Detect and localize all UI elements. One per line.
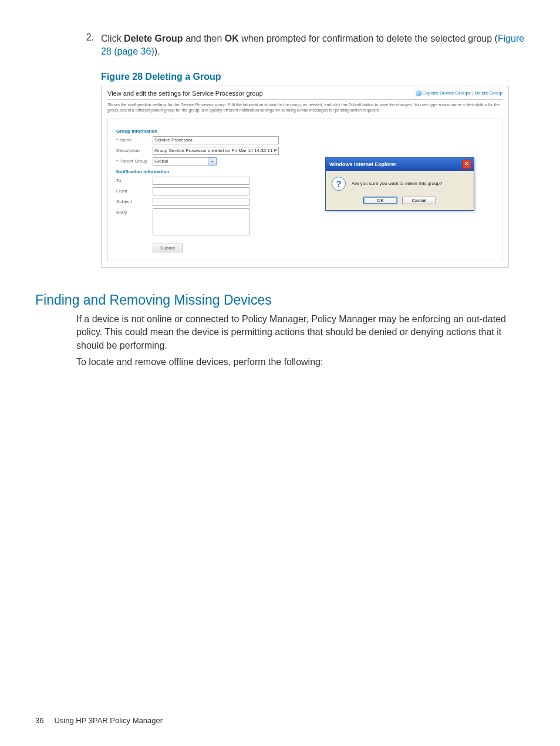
subject-input[interactable] (153, 198, 249, 206)
confirm-dialog: Windows Internet Explorer ✕ ? Are you su… (325, 157, 474, 211)
ok-button[interactable]: OK (363, 197, 397, 204)
parent-group-select[interactable] (153, 157, 208, 166)
explore-groups-link[interactable]: Explore Device Groups (423, 90, 471, 96)
cancel-button[interactable]: Cancel (402, 197, 436, 204)
from-label: From (116, 187, 153, 194)
submit-button[interactable]: Submit (153, 244, 183, 252)
question-icon: ? (332, 177, 346, 191)
figure-caption: Figure 28 Deleting a Group (101, 72, 525, 82)
step-number: 2. (76, 32, 101, 59)
globe-icon (416, 90, 421, 96)
step-instruction: Click Delete Group and then OK when prom… (101, 32, 525, 59)
description-input[interactable] (153, 147, 279, 155)
body-label: Body (116, 208, 153, 215)
footer-title: Using HP 3PAR Policy Manager (54, 716, 163, 725)
section-paragraph-2: To locate and remove offline devices, pe… (76, 356, 525, 369)
section-heading: Finding and Removing Missing Devices (35, 292, 525, 308)
to-input[interactable] (153, 177, 249, 185)
page-number: 36 (35, 716, 43, 725)
name-input[interactable] (153, 136, 279, 144)
dialog-message: Are you sure you want to delete this gro… (352, 181, 442, 186)
parent-group-label: * Parent Group (116, 157, 153, 164)
group-info-heading: Group Information (116, 129, 494, 134)
panel-title: View and edit the settings for Service P… (107, 90, 263, 97)
dialog-title: Windows Internet Explorer (329, 161, 396, 167)
close-icon[interactable]: ✕ (462, 160, 471, 169)
panel-description: Shows the configuration settings for the… (107, 102, 502, 113)
page-footer: 36Using HP 3PAR Policy Manager (35, 716, 163, 725)
from-input[interactable] (153, 187, 249, 195)
delete-group-link[interactable]: Delete Group (474, 90, 502, 96)
body-textarea[interactable] (153, 208, 249, 235)
name-label: * Name (116, 136, 153, 143)
figure-screenshot: View and edit the settings for Service P… (101, 86, 509, 268)
to-label: To (116, 177, 153, 183)
chevron-down-icon[interactable]: ▾ (208, 157, 217, 166)
subject-label: Subject (116, 198, 153, 204)
description-label: Description (116, 147, 153, 153)
section-paragraph-1: If a device is not online or connected t… (76, 313, 525, 352)
